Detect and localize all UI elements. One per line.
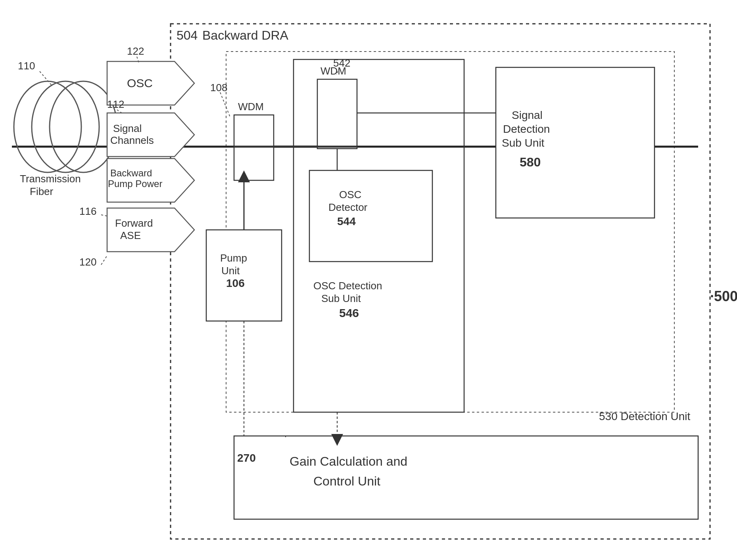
svg-text:Channels: Channels [110, 134, 154, 146]
svg-text:106: 106 [226, 277, 245, 289]
ref-110: 110 [18, 60, 35, 72]
svg-text:Pump Power: Pump Power [108, 178, 162, 189]
svg-text:Detection: Detection [503, 123, 550, 135]
svg-text:Detector: Detector [328, 201, 368, 213]
svg-rect-42 [234, 436, 698, 519]
svg-rect-23 [206, 230, 282, 321]
label-backward-dra: Backward DRA [202, 28, 289, 42]
label-osc: OSC [127, 76, 153, 90]
svg-text:546: 546 [339, 306, 359, 319]
diagram-container: 504 Backward DRA ·500 530 Detection Unit… [0, 0, 737, 560]
ref-108: 108 [210, 82, 227, 94]
svg-rect-29 [317, 79, 357, 149]
label-wdm-108: WDM [238, 101, 264, 113]
ref-542: 542 [333, 57, 350, 69]
label-504: 504 [177, 28, 198, 42]
label-signal-channels: Signal [113, 122, 142, 134]
svg-text:Sub Unit: Sub Unit [321, 292, 361, 304]
label-530: 530 Detection Unit [599, 410, 691, 422]
svg-rect-32 [309, 170, 432, 262]
ref-270: 270 [237, 452, 256, 464]
svg-text:Control Unit: Control Unit [313, 474, 380, 488]
label-500: ·500 [710, 288, 737, 304]
label-backward-pump: Backward [110, 168, 152, 178]
label-osc-detector-title: OSC [339, 189, 361, 201]
svg-text:Unit: Unit [221, 265, 240, 277]
svg-text:580: 580 [520, 155, 541, 169]
label-gain-calc-title: Gain Calculation and [290, 454, 407, 468]
label-pump-unit: Pump [220, 252, 247, 264]
svg-text:Sub Unit: Sub Unit [502, 137, 545, 149]
label-forward-ase: Forward [115, 217, 153, 229]
svg-text:ASE: ASE [120, 229, 141, 241]
label-transmission-fiber: Transmission [20, 173, 81, 185]
label-signal-detection-sub: Signal [512, 109, 543, 121]
ref-122: 122 [127, 45, 144, 57]
svg-text:Fiber: Fiber [30, 185, 54, 197]
ref-112: 112 [107, 98, 124, 110]
ref-116: 116 [79, 205, 96, 217]
label-osc-detection-sub: OSC Detection [313, 280, 382, 292]
svg-text:544: 544 [337, 215, 356, 227]
ref-120: 120 [79, 256, 96, 268]
